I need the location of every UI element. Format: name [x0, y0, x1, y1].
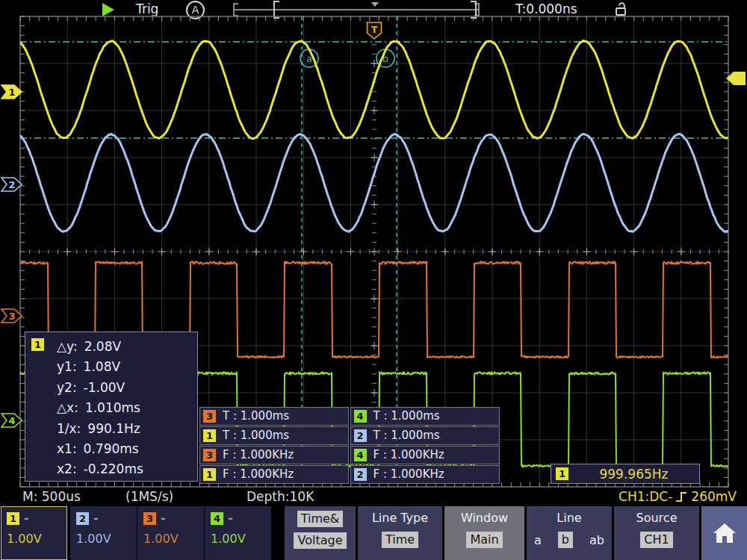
cursor-row-dy: △y:2.08V	[57, 337, 143, 357]
oscilloscope-screen: abT1234 Trig A T:0.000ns 1 △y:2.08V y1:1…	[0, 0, 747, 560]
svg-text:3: 3	[8, 311, 15, 322]
cursor-type-button[interactable]: Time& Voltage	[285, 506, 356, 560]
cursor-row-x2: x2:-0.220ms	[57, 459, 143, 479]
line-option-a[interactable]: a	[534, 533, 542, 547]
measure-cell: 1T : 1.000ms	[199, 426, 349, 445]
line-type-button[interactable]: Line Type Time	[358, 506, 442, 560]
rising-edge-icon	[675, 491, 688, 503]
cursor-row-dx: △x:1.010ms	[57, 398, 143, 418]
cursor-measure-panel: 1 △y:2.08V y1:1.08V y2:-1.00V △x:1.010ms…	[25, 332, 198, 482]
cursor-row-1overx: 1/x:990.1Hz	[57, 419, 143, 439]
cursor-row-y2: y2:-1.00V	[57, 378, 143, 398]
channel-1-badge: 1	[556, 467, 568, 480]
memory-depth-readout: Depth:10K	[247, 489, 314, 504]
measure-cell: 2T : 1.000ms	[350, 426, 500, 445]
measure-cell: 3F : 1.000KHz	[199, 446, 349, 464]
line-select-button[interactable]: Line a b ab	[527, 506, 612, 560]
timebase-readout: M: 500us	[22, 489, 81, 504]
bottom-menu-bar: 1- 1.00V 2- 1.00V 3- 1.00V 4- 1.00V Time…	[0, 506, 747, 560]
cursor-row-y1: y1:1.08V	[57, 357, 143, 377]
line-option-b[interactable]: b	[558, 532, 573, 548]
channel-4-scale: 1.00V	[211, 532, 270, 546]
frequency-value: 999.965Hz	[568, 467, 699, 482]
frequency-counter: 1 999.965Hz	[551, 464, 700, 484]
channel-4-box[interactable]: 4- 1.00V	[205, 506, 271, 560]
measure-cell: 1F : 1.000KHz	[199, 465, 349, 484]
window-button[interactable]: Window Main	[444, 506, 524, 560]
channel-3-box[interactable]: 3- 1.00V	[137, 506, 204, 560]
channel-2-scale: 1.00V	[76, 532, 136, 546]
svg-text:2: 2	[8, 179, 15, 190]
svg-text:1: 1	[8, 87, 15, 98]
svg-text:4: 4	[8, 415, 15, 426]
sample-rate-readout: (1MS/s)	[125, 489, 173, 504]
channel-1-box[interactable]: 1- 1.00V	[1, 506, 67, 560]
home-button[interactable]	[701, 506, 747, 560]
measure-cell: 2F : 1.000KHz	[350, 465, 500, 484]
auto-measure-panel: 3T : 1.000ms 4T : 1.000ms 1T : 1.000ms 2…	[199, 407, 500, 484]
channel-3-scale: 1.00V	[143, 532, 203, 546]
status-bar: M: 500us (1MS/s) Depth:10K CH1:DC- 260mV	[0, 487, 747, 506]
source-button[interactable]: Source CH1	[614, 506, 699, 560]
channel-2-box[interactable]: 2- 1.00V	[70, 506, 137, 560]
channel-1-badge: 1	[31, 338, 44, 351]
measure-cell: 4T : 1.000ms	[350, 407, 500, 426]
svg-text:T: T	[371, 25, 378, 35]
cursor-row-x1: x1:0.790ms	[57, 439, 143, 459]
measure-cell: 3T : 1.000ms	[199, 407, 349, 426]
home-icon	[712, 522, 737, 544]
line-option-ab[interactable]: ab	[589, 533, 604, 547]
channel-1-scale: 1.00V	[7, 532, 66, 546]
measure-cell: 4F : 1.000KHz	[350, 446, 500, 464]
trigger-settings-readout: CH1:DC- 260mV	[619, 489, 737, 504]
